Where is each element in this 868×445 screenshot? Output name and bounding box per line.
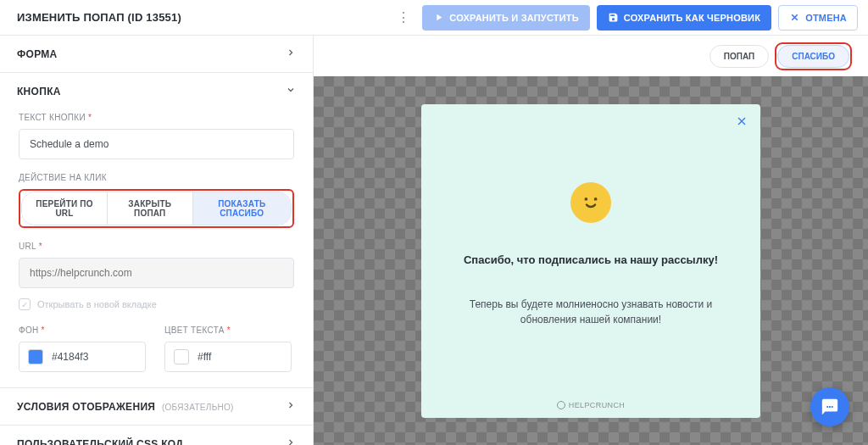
section-button-header[interactable]: КНОПКА [0, 73, 313, 109]
section-conditions-header[interactable]: УСЛОВИЯ ОТОБРАЖЕНИЯ (ОБЯЗАТЕЛЬНО) [0, 388, 313, 425]
section-conditions-title: УСЛОВИЯ ОТОБРАЖЕНИЯ (ОБЯЗАТЕЛЬНО) [17, 401, 234, 413]
topbar: ИЗМЕНИТЬ ПОПАП (ID 13551) ⋮ СОХРАНИТЬ И … [0, 0, 868, 36]
chevron-right-icon [286, 437, 296, 445]
checkbox-icon: ✓ [19, 298, 31, 310]
highlight-click-actions: ПЕРЕЙТИ ПО URL ЗАКРЫТЬ ПОПАП ПОКАЗАТЬ СП… [19, 189, 294, 228]
page-title: ИЗМЕНИТЬ ПОПАП (ID 13551) [10, 11, 385, 24]
bg-color-value: #4184f3 [52, 351, 88, 363]
cancel-button[interactable]: ОТМЕНА [778, 5, 858, 31]
play-icon [433, 12, 444, 23]
section-form-header[interactable]: ФОРМА [0, 36, 313, 72]
open-new-tab-row[interactable]: ✓ Открывать в новой вкладке [19, 298, 294, 310]
chevron-right-icon [286, 47, 296, 60]
url-input [19, 258, 294, 288]
preview-area: ПОПАП СПАСИБО Спасибо, что подписались н… [314, 36, 868, 445]
popup-body: Теперь вы будете молниеносно узнавать но… [443, 297, 738, 328]
click-action-label: ДЕЙСТВИЕ НА КЛИК [19, 173, 294, 182]
chevron-right-icon [286, 400, 296, 413]
popup-close-button[interactable] [735, 114, 748, 131]
click-action-segmented: ПЕРЕЙТИ ПО URL ЗАКРЫТЬ ПОПАП ПОКАЗАТЬ СП… [21, 192, 292, 225]
section-button-title: КНОПКА [17, 86, 61, 97]
text-color-input[interactable]: #fff [164, 342, 292, 372]
section-form-title: ФОРМА [17, 48, 58, 60]
button-text-input[interactable] [19, 129, 294, 159]
preview-canvas: Спасибо, что подписались на нашу рассылк… [314, 76, 868, 445]
thank-you-popup: Спасибо, что подписались на нашу рассылк… [421, 104, 760, 418]
more-menu-icon[interactable]: ⋮ [392, 9, 415, 25]
close-icon [735, 114, 748, 128]
settings-sidebar: ФОРМА КНОПКА ТЕКСТ КНОПКИ [0, 36, 314, 445]
action-show-thanks[interactable]: ПОКАЗАТЬ СПАСИБО [193, 192, 291, 225]
preview-tab-thanks[interactable]: СПАСИБО [777, 45, 849, 68]
action-go-url[interactable]: ПЕРЕЙТИ ПО URL [22, 192, 108, 225]
text-color-value: #fff [198, 351, 211, 363]
bg-color-swatch [28, 349, 43, 364]
close-icon [789, 12, 800, 23]
url-label: URL [19, 242, 294, 251]
chat-widget-button[interactable] [810, 387, 849, 426]
bg-color-label: ФОН [19, 325, 146, 335]
text-color-swatch [174, 349, 189, 364]
text-color-label: ЦВЕТ ТЕКСТА [164, 325, 292, 335]
section-css-header[interactable]: ПОЛЬЗОВАТЕЛЬСКИЙ CSS КОД [0, 426, 313, 445]
popup-heading: Спасибо, что подписались на нашу рассылк… [464, 253, 718, 266]
action-close-popup[interactable]: ЗАКРЫТЬ ПОПАП [108, 192, 193, 225]
save-draft-button[interactable]: СОХРАНИТЬ КАК ЧЕРНОВИК [597, 5, 771, 31]
preview-tab-popup[interactable]: ПОПАП [709, 45, 769, 68]
section-css-title: ПОЛЬЗОВАТЕЛЬСКИЙ CSS КОД [17, 438, 183, 446]
highlight-thanks-tab: СПАСИБО [777, 45, 849, 68]
bg-color-input[interactable]: #4184f3 [19, 342, 146, 372]
save-icon [608, 12, 619, 23]
button-text-label: ТЕКСТ КНОПКИ [19, 113, 294, 122]
preview-toolbar: ПОПАП СПАСИБО [314, 36, 868, 76]
chevron-down-icon [286, 85, 296, 97]
smile-icon [570, 182, 611, 223]
popup-brand: HELPCRUNCH [557, 401, 626, 409]
brand-icon [557, 401, 565, 409]
chat-icon [821, 398, 839, 416]
save-and-run-button[interactable]: СОХРАНИТЬ И ЗАПУСТИТЬ [422, 5, 590, 31]
open-new-tab-label: Открывать в новой вкладке [37, 299, 157, 309]
